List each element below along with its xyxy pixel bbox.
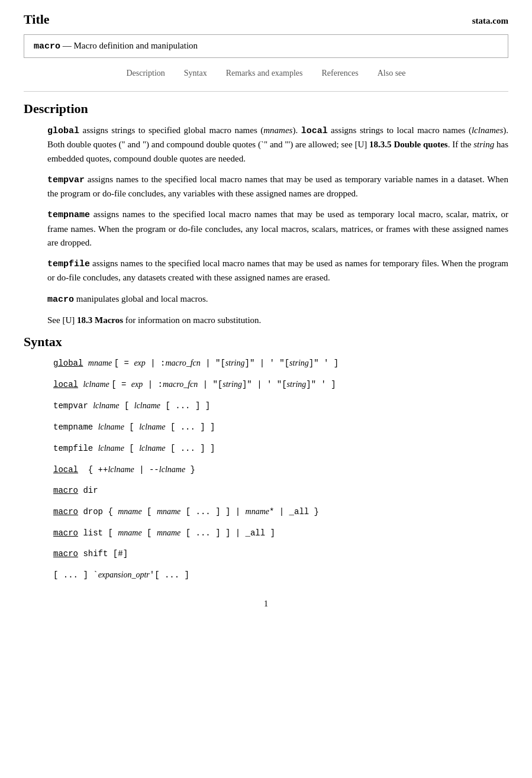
nav-bar: Description Syntax Remarks and examples …: [24, 69, 508, 78]
syntax-line-tempfile: tempfile lclname [ lclname [ ... ] ]: [53, 442, 508, 455]
tempfile-keyword: tempfile: [47, 259, 90, 269]
page-footer: 1: [24, 599, 508, 609]
description-heading: Description: [24, 101, 508, 117]
stata-logo: stata.com: [472, 16, 508, 26]
title-command: macro: [34, 41, 60, 51]
string-term: string: [473, 140, 494, 149]
title-description: Macro definition and manipulation: [74, 41, 198, 50]
macro-ul-drop: macro: [53, 507, 78, 516]
syntax-line-expansion: [ ... ] `expansion_optr'[ ... ]: [53, 569, 508, 582]
nav-also-see[interactable]: Also see: [378, 69, 406, 78]
mnames-term: mnames: [263, 125, 292, 135]
macro-ul-list: macro: [53, 528, 78, 538]
syntax-line-macro-dir: macro dir: [53, 485, 508, 497]
mname-it: mname: [88, 359, 114, 367]
macro-ul-shift: macro: [53, 549, 78, 559]
syntax-line-local-inc: local { ++lclname | --lclname }: [53, 463, 508, 476]
local-ul: local: [53, 380, 78, 389]
syntax-section: Syntax global mname [ = exp | :macro_fcn…: [24, 334, 508, 582]
desc-para-5: macro manipulates global and local macro…: [47, 292, 508, 306]
title-dash: —: [63, 41, 72, 50]
nav-syntax[interactable]: Syntax: [184, 69, 207, 78]
desc-para-1: global assigns strings to specified glob…: [47, 124, 508, 166]
page-number: 1: [264, 599, 268, 608]
desc-para-6: See [U] 18.3 Macros for information on m…: [47, 314, 508, 327]
title-box: macro — Macro definition and manipulatio…: [24, 34, 508, 58]
tempname-keyword: tempname: [47, 210, 90, 220]
syntax-line-tempvar: tempvar lclname [ lclname [ ... ] ]: [53, 399, 508, 412]
nav-references[interactable]: References: [322, 69, 359, 78]
syntax-line-global: global mname [ = exp | :macro_fcn | "[st…: [53, 357, 508, 370]
desc-para-2: tempvar assigns names to the specified l…: [47, 173, 508, 201]
macro-keyword-desc: macro: [47, 295, 74, 305]
page-header: Title stata.com: [24, 12, 508, 27]
ref-18-3: 18.3 Macros: [77, 315, 123, 325]
syntax-line-tempname: tempname lclname [ lclname [ ... ] ]: [53, 421, 508, 434]
syntax-line-macro-shift: macro shift [#]: [53, 548, 508, 560]
syntax-line-macro-list: macro list [ mname [ mname [ ... ] ] | _…: [53, 527, 508, 540]
nav-divider: [24, 91, 508, 92]
global-ul: global: [53, 359, 83, 368]
ref-18-3-5: 18.3.5 Double quotes: [369, 140, 448, 149]
tempvar-keyword: tempvar: [47, 175, 85, 185]
nav-remarks[interactable]: Remarks and examples: [226, 69, 303, 78]
syntax-heading: Syntax: [24, 334, 508, 350]
desc-para-3: tempname assigns names to the specified …: [47, 208, 508, 250]
syntax-line-local: local lclname [ = exp | :macro_fcn | "[s…: [53, 378, 508, 391]
nav-description[interactable]: Description: [126, 69, 165, 78]
description-section: Description global assigns strings to sp…: [24, 101, 508, 327]
lclnames-term: lclnames: [472, 125, 503, 135]
local-keyword: local: [301, 126, 328, 136]
local-ul2: local: [53, 465, 78, 474]
macro-ul-dir: macro: [53, 486, 78, 495]
desc-para-4: tempfile assigns names to the specified …: [47, 257, 508, 285]
syntax-line-macro-drop: macro drop { mname [ mname [ ... ] ] | m…: [53, 505, 508, 518]
page-title: Title: [24, 12, 50, 27]
global-keyword: global: [47, 126, 79, 136]
